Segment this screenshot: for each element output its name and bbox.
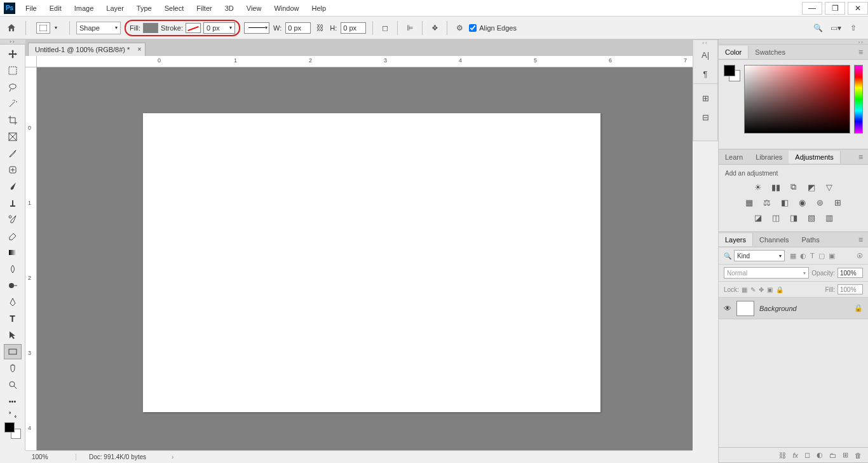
history-brush-tool[interactable] bbox=[4, 212, 22, 227]
tab-channels[interactable]: Channels bbox=[753, 233, 795, 246]
gradient-map-icon[interactable]: ▧ bbox=[806, 212, 817, 223]
tab-libraries[interactable]: Libraries bbox=[749, 151, 789, 163]
lock-pixels-icon[interactable]: ✎ bbox=[750, 286, 756, 293]
lut-icon[interactable]: ⊞ bbox=[832, 197, 844, 207]
gradient-tool[interactable] bbox=[4, 245, 22, 260]
stroke-style-dropdown[interactable] bbox=[244, 22, 269, 34]
photo-filter-icon[interactable]: ◉ bbox=[797, 197, 808, 207]
tab-swatches[interactable]: Swatches bbox=[749, 46, 792, 59]
dodge-tool[interactable] bbox=[4, 278, 22, 293]
vibrance-icon[interactable]: ▽ bbox=[824, 182, 835, 192]
healing-brush-tool[interactable] bbox=[4, 162, 22, 177]
search-icon[interactable]: 🔍 bbox=[812, 22, 824, 34]
group-icon[interactable]: 🗀 bbox=[829, 452, 836, 459]
visibility-icon[interactable]: 👁 bbox=[724, 304, 731, 313]
layer-kind-filter[interactable]: Kind bbox=[734, 250, 785, 261]
path-operations-icon[interactable]: ◻ bbox=[379, 22, 391, 34]
layer-thumbnail[interactable] bbox=[736, 301, 754, 316]
path-alignment-icon[interactable]: ⊫ bbox=[404, 22, 416, 34]
ruler-horizontal[interactable]: 0 1 2 3 4 5 6 7 bbox=[37, 56, 693, 67]
tab-adjustments[interactable]: Adjustments bbox=[789, 151, 841, 163]
shape-mode-dropdown[interactable]: Shape bbox=[76, 22, 121, 34]
color-fgbg[interactable] bbox=[724, 65, 740, 81]
paragraph-panel-icon[interactable]: ¶ bbox=[696, 66, 714, 82]
panel-menu-icon[interactable]: ≡ bbox=[853, 48, 868, 57]
foreground-color[interactable] bbox=[4, 422, 15, 432]
menu-help[interactable]: Help bbox=[306, 2, 333, 15]
opacity-input[interactable]: 100% bbox=[837, 268, 863, 278]
panel-menu-icon[interactable]: ≡ bbox=[853, 153, 868, 162]
path-arrangement-icon[interactable]: ❖ bbox=[429, 22, 440, 34]
lock-artboard-icon[interactable]: ▣ bbox=[767, 286, 773, 293]
blur-tool[interactable] bbox=[4, 261, 22, 277]
toolbar-expand-handle[interactable]: ›› bbox=[0, 39, 25, 45]
doc-info[interactable]: Doc: 991.4K/0 bytes bbox=[76, 453, 146, 460]
minimize-button[interactable]: — bbox=[802, 2, 822, 15]
eraser-tool[interactable] bbox=[4, 228, 22, 244]
pen-tool[interactable] bbox=[4, 294, 22, 310]
lock-transparency-icon[interactable]: ▦ bbox=[742, 286, 747, 293]
link-icon[interactable]: ⛓ bbox=[315, 22, 326, 34]
menu-image[interactable]: Image bbox=[68, 2, 100, 15]
marquee-tool[interactable] bbox=[4, 63, 22, 78]
hue-slider[interactable] bbox=[854, 65, 863, 134]
clone-stamp-tool[interactable] bbox=[4, 195, 22, 211]
layer-mask-icon[interactable]: ◻ bbox=[804, 451, 810, 459]
exposure-icon[interactable]: ◩ bbox=[806, 182, 817, 192]
curves-icon[interactable]: ⧉ bbox=[788, 182, 799, 192]
invert-icon[interactable]: ◪ bbox=[752, 212, 764, 223]
canvas[interactable] bbox=[143, 113, 600, 412]
close-button[interactable]: ✕ bbox=[848, 2, 868, 15]
layer-name[interactable]: Background bbox=[759, 305, 797, 312]
ruler-vertical[interactable]: 0 1 2 3 4 bbox=[25, 67, 37, 450]
menu-filter[interactable]: Filter bbox=[190, 2, 218, 15]
status-flyout-icon[interactable]: › bbox=[172, 453, 173, 460]
delete-layer-icon[interactable]: 🗑 bbox=[855, 452, 862, 459]
swap-colors-icon[interactable] bbox=[4, 410, 22, 419]
home-button[interactable] bbox=[4, 20, 19, 36]
menu-edit[interactable]: Edit bbox=[43, 2, 68, 15]
lock-position-icon[interactable]: ✥ bbox=[759, 286, 764, 293]
hand-tool[interactable] bbox=[4, 361, 22, 376]
stroke-color-swatch[interactable] bbox=[186, 23, 201, 33]
brush-tool[interactable] bbox=[4, 179, 22, 194]
color-balance-icon[interactable]: ⚖ bbox=[761, 197, 773, 207]
menu-window[interactable]: Window bbox=[268, 2, 305, 15]
filter-type-icon[interactable]: T bbox=[810, 252, 815, 260]
panels-collapse-handle[interactable]: ›› bbox=[719, 39, 868, 45]
filter-pixel-icon[interactable]: ▦ bbox=[790, 252, 796, 260]
close-tab-icon[interactable]: × bbox=[138, 46, 142, 53]
tab-paths[interactable]: Paths bbox=[796, 233, 826, 246]
align-edges-checkbox[interactable]: Align Edges bbox=[469, 24, 517, 32]
info-panel-icon[interactable]: ⊟ bbox=[696, 109, 714, 125]
stroke-width-input[interactable]: 0 px bbox=[203, 22, 235, 34]
type-tool[interactable]: T bbox=[4, 311, 22, 326]
blend-mode-dropdown[interactable]: Normal bbox=[724, 267, 809, 279]
fill-input[interactable]: 100% bbox=[837, 284, 863, 294]
new-layer-icon[interactable]: ⊞ bbox=[843, 451, 848, 459]
panel-menu-icon[interactable]: ≡ bbox=[853, 235, 868, 244]
link-layers-icon[interactable]: ⛓ bbox=[779, 452, 786, 459]
zoom-level[interactable]: 100% bbox=[25, 453, 76, 460]
brightness-icon[interactable]: ☀ bbox=[752, 182, 764, 192]
path-selection-tool[interactable] bbox=[4, 328, 22, 343]
tab-color[interactable]: Color bbox=[719, 46, 749, 59]
adjustment-layer-icon[interactable]: ◐ bbox=[817, 451, 823, 459]
align-edges-input[interactable] bbox=[469, 24, 477, 32]
height-input[interactable]: 0 px bbox=[341, 22, 366, 34]
hue-icon[interactable]: ▦ bbox=[743, 197, 755, 207]
menu-layer[interactable]: Layer bbox=[100, 2, 130, 15]
tab-learn[interactable]: Learn bbox=[719, 151, 749, 163]
tool-preset-picker[interactable] bbox=[36, 22, 50, 34]
properties-panel-icon[interactable]: ⊞ bbox=[696, 90, 714, 106]
menu-type[interactable]: Type bbox=[130, 2, 158, 15]
threshold-icon[interactable]: ◨ bbox=[788, 212, 799, 223]
workspace-icon[interactable]: ▭▾ bbox=[830, 22, 841, 34]
magic-wand-tool[interactable] bbox=[4, 96, 22, 111]
lasso-tool[interactable] bbox=[4, 79, 22, 95]
bw-icon[interactable]: ◧ bbox=[779, 197, 790, 207]
levels-icon[interactable]: ▮▮ bbox=[770, 182, 782, 192]
color-fg-swatch[interactable] bbox=[724, 65, 735, 76]
layer-style-icon[interactable]: fx bbox=[792, 452, 798, 459]
share-icon[interactable]: ⇧ bbox=[848, 22, 859, 34]
